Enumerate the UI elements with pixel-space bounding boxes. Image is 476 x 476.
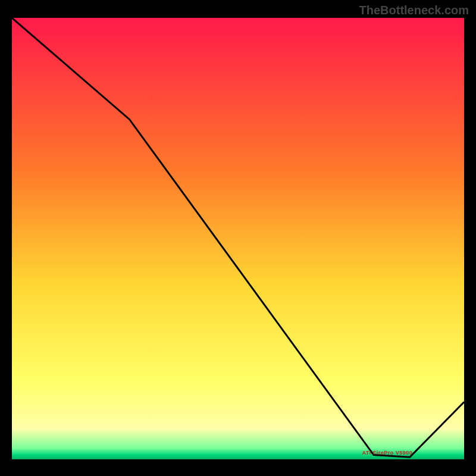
plot-area: ΑΤΙ FirePro V5900 — [12, 18, 464, 459]
data-point-label: ΑΤΙ FirePro V5900 — [362, 450, 412, 456]
watermark-text: TheBottleneck.com — [359, 4, 469, 17]
line-chart — [12, 18, 464, 459]
chart-container: ΑΤΙ FirePro V5900 — [12, 18, 464, 469]
chart-line — [12, 18, 464, 457]
